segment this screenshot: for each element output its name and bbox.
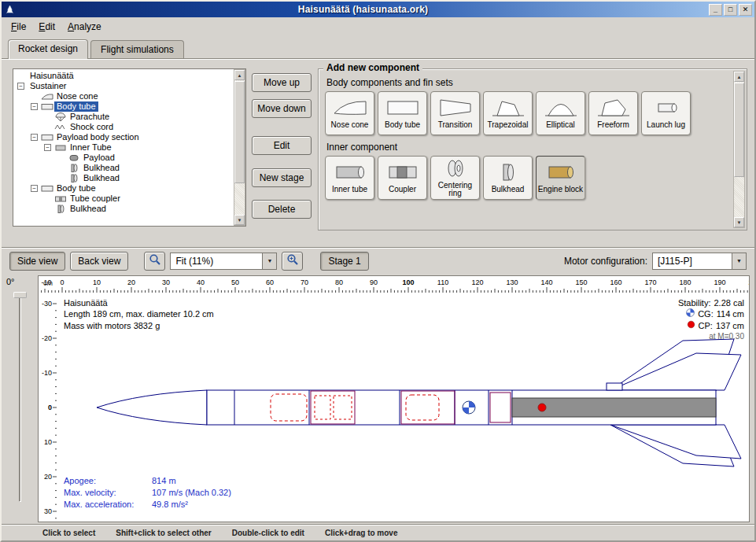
tree-item-body-tube[interactable]: −Body tube xyxy=(14,101,233,112)
title-bar[interactable]: Haisunäätä (haisunaata.ork) _ □ ✕ xyxy=(2,2,754,17)
palette-button-label: Nose cone xyxy=(331,121,369,130)
add-engine-block-button[interactable]: Engine block xyxy=(536,156,585,200)
palette-button-label: Launch lug xyxy=(647,121,685,130)
stage-1-toggle[interactable]: Stage 1 xyxy=(320,252,368,271)
palette-group-1: Inner componentInner tubeCouplerCenterin… xyxy=(325,142,731,200)
tree-item-sustainer[interactable]: −Sustainer xyxy=(14,81,233,91)
vertical-ruler: -30-20-100102030 xyxy=(39,293,57,522)
palette-scrollbar[interactable]: ▲ ▼ xyxy=(733,71,745,228)
tree-item-shock-cord[interactable]: Shock cord xyxy=(14,122,233,132)
status-hint: Double-click to edit xyxy=(232,529,304,537)
tree-item-label: Sustainer xyxy=(28,81,68,91)
scroll-down-icon[interactable]: ▼ xyxy=(734,217,744,227)
tab-rocket-design[interactable]: Rocket design xyxy=(8,39,88,59)
tree-item-label: Payload body section xyxy=(54,132,142,142)
tree-item-bulkhead[interactable]: Bulkhead xyxy=(14,173,233,183)
side-view-button[interactable]: Side view xyxy=(9,252,65,271)
bulkhead-icon xyxy=(491,162,526,185)
menu-item-file[interactable]: File xyxy=(5,19,32,35)
nosecone-icon xyxy=(41,91,54,101)
expander-minus-icon[interactable]: − xyxy=(31,103,38,110)
rocket-name: Haisunäätä xyxy=(64,297,214,308)
tree-item-parachute[interactable]: Parachute xyxy=(14,112,233,122)
svg-text:90: 90 xyxy=(370,278,378,286)
move-down-button[interactable]: Move down xyxy=(252,99,312,118)
zoom-in-button[interactable] xyxy=(282,252,303,271)
expander-minus-icon[interactable]: − xyxy=(31,185,38,192)
scroll-up-icon[interactable]: ▲ xyxy=(734,72,744,82)
tree-scroll-thumb[interactable] xyxy=(234,81,245,183)
motor-configuration-select[interactable]: [J115-P] ▼ xyxy=(652,253,747,270)
menu-item-edit[interactable]: Edit xyxy=(32,19,61,35)
add-trapezoidal-button[interactable]: Trapezoidal xyxy=(483,91,533,135)
stat-value: 49.8 m/s² xyxy=(152,499,188,511)
cp-value: 137 cm xyxy=(716,320,744,331)
add-body-tube-button[interactable]: Body tube xyxy=(378,91,427,135)
zoom-value: Fit (11%) xyxy=(171,256,262,267)
chevron-down-icon[interactable]: ▼ xyxy=(732,253,746,269)
add-coupler-button[interactable]: Coupler xyxy=(378,156,427,200)
tree-item-label: Bulkhead xyxy=(68,204,109,214)
maximize-button[interactable]: □ xyxy=(724,4,737,16)
tab-flight-simulations[interactable]: Flight simulations xyxy=(90,40,184,58)
edit-button[interactable]: Edit xyxy=(252,136,312,155)
zoom-select[interactable]: Fit (11%) ▼ xyxy=(170,253,277,270)
tree-item-label: Body tube xyxy=(54,101,98,112)
add-transition-button[interactable]: Transition xyxy=(430,91,480,135)
add-nose-cone-button[interactable]: Nose cone xyxy=(325,91,374,135)
scroll-up-icon[interactable]: ▲ xyxy=(234,70,245,80)
scroll-down-icon[interactable]: ▼ xyxy=(234,215,245,225)
add-centering-ring-button[interactable]: Centering ring xyxy=(430,156,480,200)
svg-text:50: 50 xyxy=(231,278,239,286)
nose-cone-icon xyxy=(333,98,367,120)
motor-configuration-value: [J115-P] xyxy=(653,256,732,267)
tree-item-payload-body-section[interactable]: −Payload body section xyxy=(14,132,233,142)
component-tree-panel: Haisunäätä−SustainerNose cone−Body tubeP… xyxy=(13,68,246,227)
add-elliptical-button[interactable]: Elliptical xyxy=(536,91,585,135)
stability-info: Stability: 2.28 cal CG: 114 cm xyxy=(678,297,744,341)
rocket-drawing-area[interactable]: Haisunäätä Length 189 cm, max. diameter … xyxy=(57,293,749,522)
add-inner-tube-button[interactable]: Inner tube xyxy=(325,156,374,200)
minimize-button[interactable]: _ xyxy=(709,4,722,16)
close-button[interactable]: ✕ xyxy=(739,4,752,16)
new-stage-button[interactable]: New stage xyxy=(252,168,312,187)
add-freeform-button[interactable]: Freeform xyxy=(588,91,638,135)
palette-scroll-thumb[interactable] xyxy=(734,83,744,177)
tree-scrollbar[interactable]: ▲ ▼ xyxy=(234,69,245,226)
tree-item-label: Bulkhead xyxy=(81,173,122,183)
tree-item-bulkhead[interactable]: Bulkhead xyxy=(14,163,233,173)
rotation-slider-track[interactable] xyxy=(19,294,21,502)
add-bulkhead-button[interactable]: Bulkhead xyxy=(483,156,533,200)
tree-item-inner-tube[interactable]: −Inner Tube xyxy=(14,142,233,153)
launch-lug-outline[interactable] xyxy=(607,383,622,390)
rotation-slider-handle[interactable] xyxy=(13,292,27,298)
tree-item-nose-cone[interactable]: Nose cone xyxy=(14,91,233,101)
tree-item-haisun-t-[interactable]: Haisunäätä xyxy=(14,71,233,81)
move-up-button[interactable]: Move up xyxy=(252,73,312,92)
tree-item-body-tube[interactable]: −Body tube xyxy=(14,183,233,194)
stat-row: Max. acceleration:49.8 m/s² xyxy=(64,499,231,511)
component-tree[interactable]: Haisunäätä−SustainerNose cone−Body tubeP… xyxy=(14,71,233,225)
rocket-canvas[interactable]: cm 0102030405060708090100110120130140150… xyxy=(38,275,750,522)
menu-item-analyze[interactable]: Analyze xyxy=(61,19,108,35)
add-launch-lug-button[interactable]: Launch lug xyxy=(641,91,691,135)
svg-text:-10: -10 xyxy=(41,278,51,286)
svg-text:130: 130 xyxy=(506,278,518,286)
expander-minus-icon[interactable]: − xyxy=(17,83,24,90)
status-bar: Click to selectShift+click to select oth… xyxy=(2,524,754,540)
back-view-button[interactable]: Back view xyxy=(70,252,128,271)
zoom-out-button[interactable] xyxy=(144,252,165,271)
tab-row: Rocket design Flight simulations xyxy=(2,36,754,58)
tree-item-bulkhead[interactable]: Bulkhead xyxy=(14,204,233,214)
bulkhead-icon xyxy=(68,173,81,183)
tree-item-payload[interactable]: Payload xyxy=(14,153,233,163)
expander-minus-icon[interactable]: − xyxy=(31,134,38,141)
openrocket-window: Haisunäätä (haisunaata.ork) _ □ ✕ FileEd… xyxy=(0,0,756,542)
tree-item-tube-coupler[interactable]: Tube coupler xyxy=(14,194,233,204)
nose-cone-outline[interactable] xyxy=(97,390,207,425)
centering-ring-icon xyxy=(438,158,473,181)
chevron-down-icon[interactable]: ▼ xyxy=(262,253,276,269)
expander-minus-icon[interactable]: − xyxy=(44,144,51,151)
palette-group-label: Inner component xyxy=(326,142,731,153)
delete-button[interactable]: Delete xyxy=(252,200,312,219)
